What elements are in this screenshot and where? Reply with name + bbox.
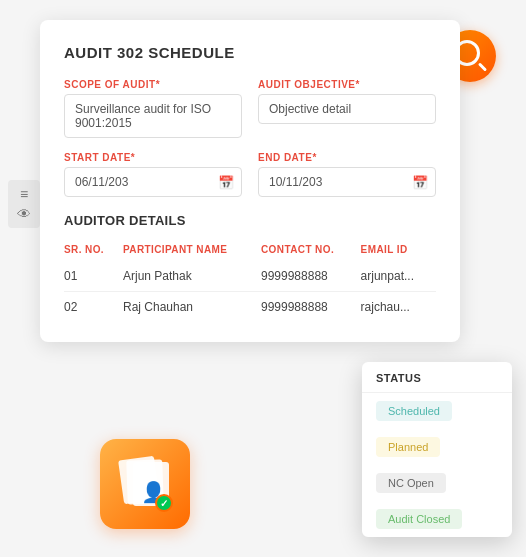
col-name: PARTICIPANT NAME	[123, 240, 261, 261]
form-row-scope-objective: SCOPE OF AUDIT* Surveillance audit for I…	[64, 79, 436, 138]
status-item-scheduled[interactable]: Scheduled	[362, 393, 512, 429]
cell-contact: 9999988888	[261, 292, 361, 323]
objective-group: AUDIT OBJECTIVE* Objective detail	[258, 79, 436, 138]
badge-nc-open: NC Open	[376, 473, 446, 493]
status-dropdown-header: STATUS	[362, 362, 512, 393]
cell-email: arjunpat...	[361, 261, 436, 292]
end-calendar-icon[interactable]: 📅	[412, 175, 428, 190]
col-contact: CONTACT NO.	[261, 240, 361, 261]
end-date-group: END DATE* 📅	[258, 152, 436, 197]
status-item-planned[interactable]: Planned	[362, 429, 512, 465]
badge-scheduled: Scheduled	[376, 401, 452, 421]
cell-email: rajchau...	[361, 292, 436, 323]
cell-name: Raj Chauhan	[123, 292, 261, 323]
start-date-input-wrapper: 📅	[64, 167, 242, 197]
form-row-dates: START DATE* 📅 END DATE* 📅	[64, 152, 436, 197]
objective-input[interactable]: Objective detail	[258, 94, 436, 124]
table-row: 02 Raj Chauhan 9999988888 rajchau...	[64, 292, 436, 323]
scope-input[interactable]: Surveillance audit for ISO 9001:2015	[64, 94, 242, 138]
cell-name: Arjun Pathak	[123, 261, 261, 292]
cell-sr: 02	[64, 292, 123, 323]
start-date-group: START DATE* 📅	[64, 152, 242, 197]
auditor-table: SR. NO. PARTICIPANT NAME CONTACT NO. EMA…	[64, 240, 436, 322]
start-date-input[interactable]	[64, 167, 242, 197]
end-date-input-wrapper: 📅	[258, 167, 436, 197]
status-item-audit-closed[interactable]: Audit Closed	[362, 501, 512, 537]
table-row: 01 Arjun Pathak 9999988888 arjunpat...	[64, 261, 436, 292]
objective-label: AUDIT OBJECTIVE*	[258, 79, 436, 90]
badge-planned: Planned	[376, 437, 440, 457]
status-item-nc-open[interactable]: NC Open	[362, 465, 512, 501]
card-title: AUDIT 302 SCHEDULE	[64, 44, 436, 61]
eye-icon: 👁	[17, 206, 31, 222]
start-calendar-icon[interactable]: 📅	[218, 175, 234, 190]
doc-icon-inner: 👤 ✓	[119, 458, 171, 510]
audit-schedule-card: AUDIT 302 SCHEDULE SCOPE OF AUDIT* Surve…	[40, 20, 460, 342]
check-icon: ✓	[155, 494, 173, 512]
status-dropdown: STATUS Scheduled Planned NC Open Audit C…	[362, 362, 512, 537]
document-icon-container: 👤 ✓	[100, 439, 190, 529]
end-date-input[interactable]	[258, 167, 436, 197]
cell-contact: 9999988888	[261, 261, 361, 292]
start-date-label: START DATE*	[64, 152, 242, 163]
auditor-section-title: AUDITOR DETAILS	[64, 213, 436, 228]
col-email: EMAIL ID	[361, 240, 436, 261]
cell-sr: 01	[64, 261, 123, 292]
end-date-label: END DATE*	[258, 152, 436, 163]
badge-audit-closed: Audit Closed	[376, 509, 462, 529]
scope-group: SCOPE OF AUDIT* Surveillance audit for I…	[64, 79, 242, 138]
side-strip: ≡ 👁	[8, 180, 40, 228]
col-sr: SR. NO.	[64, 240, 123, 261]
scope-label: SCOPE OF AUDIT*	[64, 79, 242, 90]
doc-lines-icon: ≡	[20, 186, 28, 202]
table-header-row: SR. NO. PARTICIPANT NAME CONTACT NO. EMA…	[64, 240, 436, 261]
